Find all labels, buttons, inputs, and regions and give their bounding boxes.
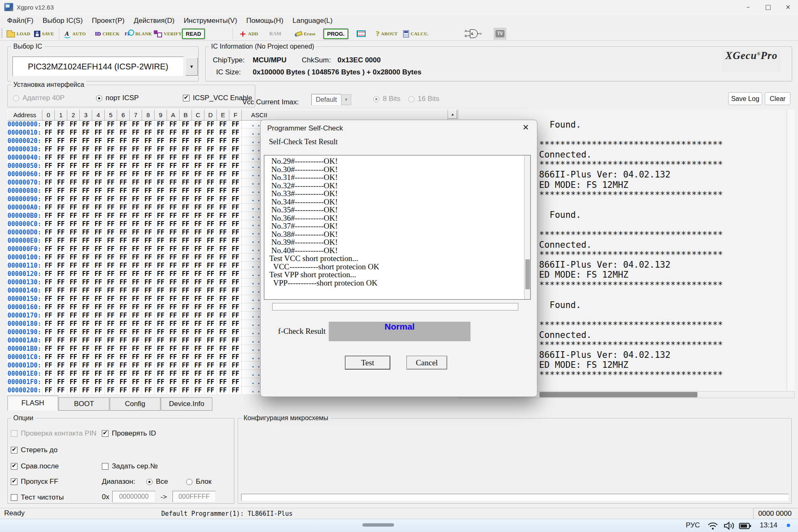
hex-byte-cell[interactable]: FF — [155, 262, 167, 270]
hex-byte-cell[interactable]: FF — [92, 121, 105, 129]
hex-address[interactable]: 00000020: — [7, 137, 42, 145]
hex-byte-cell[interactable]: FF — [180, 162, 192, 170]
hex-byte-cell[interactable]: FF — [92, 254, 105, 262]
hex-byte-cell[interactable]: FF — [204, 229, 217, 237]
hex-byte-cell[interactable]: FF — [167, 129, 180, 137]
hex-byte-cell[interactable]: FF — [142, 237, 155, 245]
hex-byte-cell[interactable]: FF — [42, 254, 55, 262]
hex-byte-cell[interactable]: FF — [130, 204, 142, 212]
hex-byte-cell[interactable]: FF — [92, 278, 105, 287]
hex-byte-cell[interactable]: FF — [142, 362, 155, 370]
hex-byte-cell[interactable]: FF — [229, 262, 242, 270]
hex-byte-cell[interactable]: FF — [204, 204, 217, 212]
hex-byte-cell[interactable]: FF — [105, 328, 117, 337]
menu-item-0[interactable]: Файл(F) — [2, 15, 38, 27]
hex-byte-cell[interactable]: FF — [217, 220, 229, 229]
hex-byte-cell[interactable]: FF — [167, 270, 180, 278]
hex-byte-cell[interactable]: FF — [117, 295, 130, 303]
hex-byte-cell[interactable]: FF — [155, 378, 167, 387]
hex-byte-cell[interactable]: FF — [92, 337, 105, 345]
hex-byte-cell[interactable]: FF — [192, 278, 204, 287]
hex-byte-cell[interactable]: FF — [67, 345, 80, 353]
hex-byte-cell[interactable]: FF — [92, 137, 105, 145]
hex-byte-cell[interactable]: FF — [167, 121, 180, 129]
maximize-icon[interactable]: □ — [758, 0, 778, 15]
hex-byte-cell[interactable]: FF — [92, 353, 105, 362]
tab-device-info[interactable]: Device.Info — [161, 397, 212, 411]
hex-byte-cell[interactable]: FF — [117, 121, 130, 129]
hex-byte-cell[interactable]: FF — [117, 353, 130, 362]
hex-byte-cell[interactable]: FF — [55, 195, 67, 204]
hex-byte-cell[interactable]: FF — [217, 170, 229, 179]
hex-byte-cell[interactable]: FF — [67, 229, 80, 237]
ic-select-combobox[interactable]: PIC32MZ1024EFH144 (ICSP-2WIRE) — [12, 57, 184, 76]
hex-byte-cell[interactable]: FF — [192, 320, 204, 328]
hex-byte-cell[interactable]: FF — [92, 145, 105, 154]
hex-byte-cell[interactable]: FF — [80, 245, 92, 254]
hex-byte-cell[interactable]: FF — [42, 162, 55, 170]
hex-byte-cell[interactable]: FF — [192, 220, 204, 229]
hex-byte-cell[interactable]: FF — [217, 370, 229, 378]
hex-byte-cell[interactable]: FF — [67, 312, 80, 320]
hex-byte-cell[interactable]: FF — [92, 220, 105, 229]
range-block-radio[interactable]: Блок — [186, 478, 212, 486]
hex-byte-cell[interactable]: FF — [55, 345, 67, 353]
hex-byte-cell[interactable]: FF — [117, 204, 130, 212]
hex-byte-cell[interactable]: FF — [155, 270, 167, 278]
hex-byte-cell[interactable]: FF — [142, 378, 155, 387]
hex-byte-cell[interactable]: FF — [117, 320, 130, 328]
hex-byte-cell[interactable]: FF — [55, 162, 67, 170]
hex-byte-cell[interactable]: FF — [180, 270, 192, 278]
hex-byte-cell[interactable]: FF — [142, 303, 155, 312]
hex-byte-cell[interactable]: FF — [80, 362, 92, 370]
hex-byte-cell[interactable]: FF — [130, 145, 142, 154]
hex-byte-cell[interactable]: FF — [180, 378, 192, 387]
hex-byte-cell[interactable]: FF — [42, 245, 55, 254]
hex-address[interactable]: 00000200: — [7, 387, 42, 395]
hex-byte-cell[interactable]: FF — [92, 179, 105, 187]
hex-byte-cell[interactable]: FF — [67, 337, 80, 345]
hex-byte-cell[interactable]: FF — [67, 262, 80, 270]
menu-item-1[interactable]: Выбор IC(S) — [38, 15, 88, 27]
hex-byte-cell[interactable]: FF — [142, 204, 155, 212]
hex-byte-cell[interactable]: FF — [105, 387, 117, 395]
adapter-40p-radio[interactable]: Адаптер 40P — [13, 94, 64, 102]
hex-address[interactable]: 00000110: — [7, 262, 42, 270]
hex-address[interactable]: 000000B0: — [7, 212, 42, 220]
hex-byte-cell[interactable]: FF — [155, 162, 167, 170]
hex-byte-cell[interactable]: FF — [130, 212, 142, 220]
hex-byte-cell[interactable]: FF — [105, 312, 117, 320]
test-button[interactable]: Test — [345, 356, 390, 369]
auto-button[interactable]: A AUTO — [64, 27, 86, 40]
hex-byte-cell[interactable]: FF — [192, 237, 204, 245]
hex-byte-cell[interactable]: FF — [217, 129, 229, 137]
hex-byte-cell[interactable]: FF — [67, 254, 80, 262]
hex-byte-cell[interactable]: FF — [117, 220, 130, 229]
close-icon[interactable]: × — [778, 0, 798, 15]
hex-byte-cell[interactable]: FF — [130, 345, 142, 353]
hex-byte-cell[interactable]: FF — [42, 345, 55, 353]
hex-byte-cell[interactable]: FF — [80, 170, 92, 179]
hex-byte-cell[interactable]: FF — [92, 229, 105, 237]
hex-byte-cell[interactable]: FF — [42, 229, 55, 237]
hex-address[interactable]: 00000030: — [7, 145, 42, 154]
hex-byte-cell[interactable]: FF — [204, 345, 217, 353]
hex-byte-cell[interactable]: FF — [204, 121, 217, 129]
hex-byte-cell[interactable]: FF — [55, 378, 67, 387]
hex-byte-cell[interactable]: FF — [204, 303, 217, 312]
hex-byte-cell[interactable]: FF — [55, 170, 67, 179]
hex-byte-cell[interactable]: FF — [130, 337, 142, 345]
hex-byte-cell[interactable]: FF — [229, 179, 242, 187]
hex-byte-cell[interactable]: FF — [130, 378, 142, 387]
hex-byte-cell[interactable]: FF — [130, 362, 142, 370]
hex-byte-cell[interactable]: FF — [92, 170, 105, 179]
hex-byte-cell[interactable]: FF — [55, 320, 67, 328]
hex-byte-cell[interactable]: FF — [92, 328, 105, 337]
hex-byte-cell[interactable]: FF — [117, 303, 130, 312]
hex-byte-cell[interactable]: FF — [130, 220, 142, 229]
hex-byte-cell[interactable]: FF — [155, 145, 167, 154]
hex-byte-cell[interactable]: FF — [217, 145, 229, 154]
ic-config-button[interactable] — [356, 27, 367, 40]
hex-byte-cell[interactable]: FF — [229, 320, 242, 328]
hex-byte-cell[interactable]: FF — [155, 387, 167, 395]
